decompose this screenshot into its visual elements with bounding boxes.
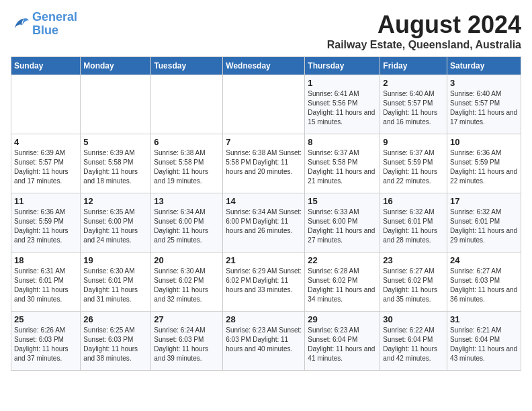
calendar-cell: 19Sunrise: 6:30 AM Sunset: 6:01 PM Dayli… [81, 253, 151, 312]
day-number: 27 [154, 314, 220, 324]
day-number: 25 [14, 314, 77, 324]
day-info: Sunrise: 6:24 AM Sunset: 6:03 PM Dayligh… [154, 326, 220, 363]
header-row: SundayMondayTuesdayWednesdayThursdayFrid… [11, 57, 521, 75]
calendar-cell: 28Sunrise: 6:23 AM Sunset: 6:03 PM Dayli… [223, 312, 305, 371]
calendar-cell: 26Sunrise: 6:25 AM Sunset: 6:03 PM Dayli… [81, 312, 151, 371]
calendar-cell: 1Sunrise: 6:41 AM Sunset: 5:56 PM Daylig… [305, 75, 380, 134]
day-info: Sunrise: 6:30 AM Sunset: 6:02 PM Dayligh… [154, 267, 220, 304]
logo: General Blue [11, 11, 77, 38]
day-info: Sunrise: 6:32 AM Sunset: 6:01 PM Dayligh… [383, 208, 444, 245]
day-info: Sunrise: 6:39 AM Sunset: 5:57 PM Dayligh… [14, 148, 77, 186]
day-info: Sunrise: 6:36 AM Sunset: 5:59 PM Dayligh… [14, 208, 77, 245]
day-info: Sunrise: 6:39 AM Sunset: 5:58 PM Dayligh… [83, 148, 148, 186]
day-info: Sunrise: 6:34 AM Sunset: 6:00 PM Dayligh… [154, 208, 220, 245]
day-number: 14 [226, 196, 302, 206]
day-number: 26 [83, 314, 148, 324]
calendar-cell: 21Sunrise: 6:29 AM Sunset: 6:02 PM Dayli… [223, 253, 305, 312]
day-number: 15 [308, 196, 377, 206]
calendar-cell: 7Sunrise: 6:38 AM Sunset: 5:58 PM Daylig… [223, 134, 305, 193]
day-number: 9 [383, 137, 444, 147]
day-number: 20 [154, 255, 220, 265]
day-info: Sunrise: 6:27 AM Sunset: 6:02 PM Dayligh… [383, 267, 444, 304]
calendar-cell: 14Sunrise: 6:34 AM Sunset: 6:00 PM Dayli… [223, 193, 305, 253]
header-cell-friday: Friday [380, 57, 447, 75]
day-info: Sunrise: 6:36 AM Sunset: 5:59 PM Dayligh… [450, 148, 518, 186]
calendar-cell: 8Sunrise: 6:37 AM Sunset: 5:58 PM Daylig… [305, 134, 380, 193]
day-number: 1 [308, 78, 377, 88]
day-info: Sunrise: 6:29 AM Sunset: 6:02 PM Dayligh… [226, 267, 302, 295]
day-number: 2 [383, 78, 444, 88]
day-number: 4 [14, 137, 77, 147]
logo-line2: Blue [32, 24, 58, 37]
day-info: Sunrise: 6:35 AM Sunset: 6:00 PM Dayligh… [83, 208, 148, 245]
page-title: August 2024 [327, 11, 521, 39]
title-area: August 2024 Railway Estate, Queensland, … [327, 11, 521, 51]
day-number: 11 [14, 196, 77, 206]
day-number: 7 [226, 137, 302, 147]
calendar-cell: 25Sunrise: 6:26 AM Sunset: 6:03 PM Dayli… [11, 312, 81, 371]
week-row-5: 25Sunrise: 6:26 AM Sunset: 6:03 PM Dayli… [11, 312, 521, 371]
day-number: 23 [383, 255, 444, 265]
calendar-cell: 9Sunrise: 6:37 AM Sunset: 5:59 PM Daylig… [380, 134, 447, 193]
day-info: Sunrise: 6:38 AM Sunset: 5:58 PM Dayligh… [154, 148, 220, 186]
calendar-cell [151, 75, 223, 134]
day-number: 24 [450, 255, 518, 265]
calendar-cell: 16Sunrise: 6:32 AM Sunset: 6:01 PM Dayli… [380, 193, 447, 253]
logo-line1: General [32, 10, 77, 24]
calendar-cell: 17Sunrise: 6:32 AM Sunset: 6:01 PM Dayli… [447, 193, 521, 253]
calendar-cell: 13Sunrise: 6:34 AM Sunset: 6:00 PM Dayli… [151, 193, 223, 253]
calendar-cell: 11Sunrise: 6:36 AM Sunset: 5:59 PM Dayli… [11, 193, 81, 253]
header-cell-thursday: Thursday [305, 57, 380, 75]
day-info: Sunrise: 6:37 AM Sunset: 5:59 PM Dayligh… [383, 148, 444, 186]
day-number: 28 [226, 314, 302, 324]
calendar-cell: 3Sunrise: 6:40 AM Sunset: 5:57 PM Daylig… [447, 75, 521, 134]
day-number: 17 [450, 196, 518, 206]
header-cell-sunday: Sunday [11, 57, 81, 75]
header-cell-saturday: Saturday [447, 57, 521, 75]
day-info: Sunrise: 6:40 AM Sunset: 5:57 PM Dayligh… [450, 89, 518, 127]
page-header: General Blue August 2024 Railway Estate,… [11, 11, 521, 51]
day-info: Sunrise: 6:28 AM Sunset: 6:02 PM Dayligh… [308, 267, 377, 304]
day-number: 18 [14, 255, 77, 265]
day-number: 12 [83, 196, 148, 206]
day-info: Sunrise: 6:23 AM Sunset: 6:03 PM Dayligh… [226, 326, 302, 354]
day-number: 10 [450, 137, 518, 147]
day-number: 5 [83, 137, 148, 147]
day-number: 19 [83, 255, 148, 265]
day-number: 29 [308, 314, 377, 324]
day-info: Sunrise: 6:41 AM Sunset: 5:56 PM Dayligh… [308, 89, 377, 127]
calendar-cell: 5Sunrise: 6:39 AM Sunset: 5:58 PM Daylig… [81, 134, 151, 193]
calendar-cell: 4Sunrise: 6:39 AM Sunset: 5:57 PM Daylig… [11, 134, 81, 193]
calendar-cell: 10Sunrise: 6:36 AM Sunset: 5:59 PM Dayli… [447, 134, 521, 193]
calendar-cell: 31Sunrise: 6:21 AM Sunset: 6:04 PM Dayli… [447, 312, 521, 371]
calendar-cell: 30Sunrise: 6:22 AM Sunset: 6:04 PM Dayli… [380, 312, 447, 371]
day-info: Sunrise: 6:33 AM Sunset: 6:00 PM Dayligh… [308, 208, 377, 245]
day-number: 30 [383, 314, 444, 324]
day-info: Sunrise: 6:23 AM Sunset: 6:04 PM Dayligh… [308, 326, 377, 363]
day-info: Sunrise: 6:25 AM Sunset: 6:03 PM Dayligh… [83, 326, 148, 363]
header-cell-wednesday: Wednesday [223, 57, 305, 75]
day-info: Sunrise: 6:34 AM Sunset: 6:00 PM Dayligh… [226, 208, 302, 236]
week-row-1: 1Sunrise: 6:41 AM Sunset: 5:56 PM Daylig… [11, 75, 521, 134]
calendar-cell: 12Sunrise: 6:35 AM Sunset: 6:00 PM Dayli… [81, 193, 151, 253]
day-number: 21 [226, 255, 302, 265]
calendar-table: SundayMondayTuesdayWednesdayThursdayFrid… [11, 56, 521, 371]
day-number: 31 [450, 314, 518, 324]
logo-text: General Blue [32, 11, 77, 38]
calendar-cell: 29Sunrise: 6:23 AM Sunset: 6:04 PM Dayli… [305, 312, 380, 371]
day-number: 6 [154, 137, 220, 147]
day-number: 22 [308, 255, 377, 265]
calendar-cell [11, 75, 81, 134]
logo-icon [11, 15, 30, 34]
calendar-cell: 23Sunrise: 6:27 AM Sunset: 6:02 PM Dayli… [380, 253, 447, 312]
header-cell-monday: Monday [81, 57, 151, 75]
day-info: Sunrise: 6:38 AM Sunset: 5:58 PM Dayligh… [226, 148, 302, 177]
day-number: 13 [154, 196, 220, 206]
calendar-cell: 22Sunrise: 6:28 AM Sunset: 6:02 PM Dayli… [305, 253, 380, 312]
week-row-3: 11Sunrise: 6:36 AM Sunset: 5:59 PM Dayli… [11, 193, 521, 253]
calendar-cell: 24Sunrise: 6:27 AM Sunset: 6:03 PM Dayli… [447, 253, 521, 312]
day-info: Sunrise: 6:21 AM Sunset: 6:04 PM Dayligh… [450, 326, 518, 363]
day-info: Sunrise: 6:26 AM Sunset: 6:03 PM Dayligh… [14, 326, 77, 363]
day-info: Sunrise: 6:32 AM Sunset: 6:01 PM Dayligh… [450, 208, 518, 245]
day-number: 16 [383, 196, 444, 206]
